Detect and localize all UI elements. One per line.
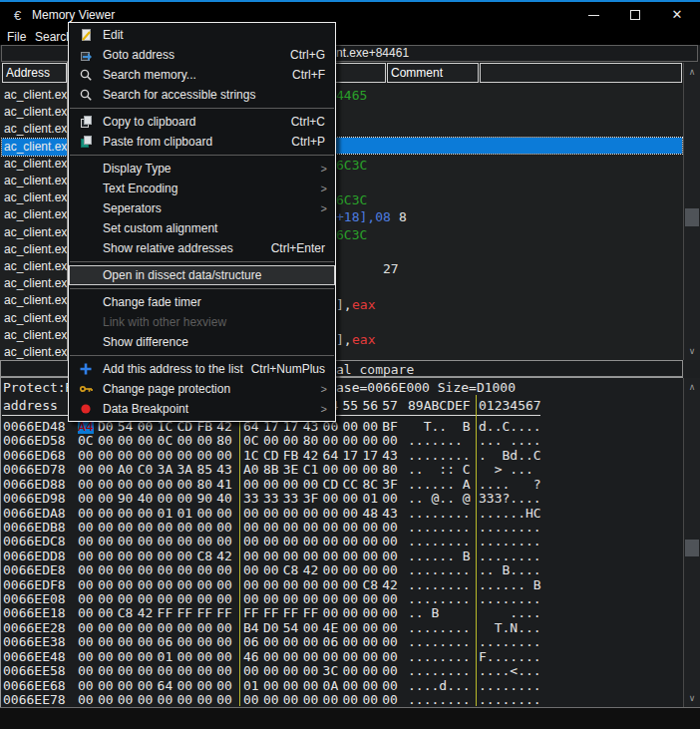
hex-byte[interactable]: 41 bbox=[216, 477, 232, 492]
hex-row-ascii[interactable]: ........ bbox=[479, 520, 541, 535]
hex-byte[interactable]: 00 bbox=[382, 620, 398, 635]
hex-byte[interactable]: 00 bbox=[78, 620, 94, 635]
hex-byte[interactable]: 00 bbox=[98, 620, 114, 635]
hex-byte[interactable]: 80 bbox=[196, 477, 212, 492]
hex-byte[interactable]: 00 bbox=[323, 433, 339, 448]
hex-byte[interactable]: 00 bbox=[343, 491, 359, 506]
hex-byte[interactable]: 00 bbox=[263, 634, 279, 649]
hex-byte[interactable]: 06 bbox=[323, 634, 339, 649]
hex-byte[interactable]: 00 bbox=[283, 692, 299, 707]
menu-item-change-fade-timer[interactable]: Change fade timer bbox=[69, 292, 335, 312]
hexview-scrollbar[interactable]: ∧ ∨ bbox=[683, 378, 700, 707]
hex-byte[interactable]: 43 bbox=[382, 506, 398, 521]
hex-byte[interactable]: 00 bbox=[158, 562, 174, 577]
hex-byte[interactable]: 00 bbox=[362, 620, 378, 635]
disassembly-address-row[interactable]: ac_client.exe bbox=[2, 156, 67, 173]
hex-byte[interactable]: 00 bbox=[323, 462, 339, 477]
hex-byte[interactable]: 00 bbox=[98, 663, 114, 678]
hex-byte[interactable]: 00 bbox=[362, 591, 378, 606]
hex-row-address[interactable]: 0066EE48 bbox=[3, 649, 66, 664]
hex-byte[interactable]: 00 bbox=[283, 520, 299, 535]
hex-byte[interactable]: 33 bbox=[243, 491, 259, 506]
column-header-comment[interactable]: Comment bbox=[387, 63, 479, 83]
hex-byte[interactable]: 00 bbox=[138, 477, 154, 492]
hex-row-ascii[interactable]: ....... bbox=[408, 433, 471, 448]
hex-byte[interactable]: 00 bbox=[177, 663, 193, 678]
hex-byte[interactable]: 00 bbox=[343, 577, 359, 592]
hex-byte[interactable]: 4E bbox=[323, 620, 339, 635]
hex-byte[interactable]: 00 bbox=[343, 649, 359, 664]
hex-row-ascii[interactable]: .. B.... bbox=[479, 562, 541, 577]
hex-byte[interactable]: 00 bbox=[243, 477, 259, 492]
hex-byte[interactable]: 0A bbox=[323, 678, 339, 693]
hex-byte[interactable]: 00 bbox=[362, 649, 378, 664]
hex-byte[interactable]: 00 bbox=[382, 491, 398, 506]
hex-row-ascii[interactable]: ....d... bbox=[408, 678, 471, 693]
hex-byte[interactable]: 00 bbox=[303, 506, 319, 521]
menu-item-paste-from-clipboard[interactable]: Paste from clipboardCtrl+P bbox=[69, 132, 335, 152]
hex-byte[interactable]: 00 bbox=[362, 419, 378, 434]
hex-byte[interactable]: 00 bbox=[343, 678, 359, 693]
hex-byte[interactable]: 00 bbox=[138, 634, 154, 649]
hex-byte[interactable]: 8B bbox=[263, 462, 279, 477]
hex-byte[interactable]: 00 bbox=[263, 477, 279, 492]
hex-byte[interactable]: BF bbox=[382, 419, 398, 434]
hex-byte[interactable]: 00 bbox=[118, 692, 134, 707]
hex-byte[interactable]: 00 bbox=[263, 692, 279, 707]
hex-byte[interactable]: 00 bbox=[177, 562, 193, 577]
hex-byte[interactable]: 00 bbox=[362, 692, 378, 707]
hex-row-address[interactable]: 0066ED58 bbox=[3, 433, 66, 448]
hex-byte[interactable]: 00 bbox=[196, 433, 212, 448]
hex-byte[interactable]: 42 bbox=[382, 577, 398, 592]
hex-byte[interactable]: 90 bbox=[196, 491, 212, 506]
hex-byte[interactable]: 80 bbox=[303, 433, 319, 448]
hex-byte[interactable]: 00 bbox=[98, 591, 114, 606]
hex-byte[interactable]: 00 bbox=[343, 562, 359, 577]
hex-row-address[interactable]: 0066EDB8 bbox=[3, 520, 66, 535]
hex-byte[interactable]: 00 bbox=[118, 591, 134, 606]
hex-byte[interactable]: 00 bbox=[78, 562, 94, 577]
hex-byte[interactable]: 57 bbox=[382, 398, 398, 413]
hex-row-ascii[interactable]: ........ bbox=[408, 534, 471, 548]
hex-byte[interactable]: 48 bbox=[362, 506, 378, 521]
hex-byte[interactable]: FF bbox=[283, 605, 299, 620]
hex-byte[interactable]: 00 bbox=[216, 649, 232, 664]
hex-byte[interactable]: 42 bbox=[303, 562, 319, 577]
hex-byte[interactable]: FF bbox=[177, 605, 193, 620]
hex-row-address[interactable]: 0066EDC8 bbox=[3, 534, 66, 548]
hex-row-ascii[interactable]: ........ bbox=[408, 577, 471, 592]
hex-byte[interactable]: FF bbox=[158, 605, 174, 620]
hex-byte[interactable]: 00 bbox=[283, 634, 299, 649]
hex-byte[interactable]: 00 bbox=[263, 520, 279, 535]
hex-byte[interactable]: 00 bbox=[216, 577, 232, 592]
hex-byte[interactable]: 00 bbox=[78, 678, 94, 693]
hex-byte[interactable]: 00 bbox=[303, 620, 319, 635]
hex-byte[interactable]: 00 bbox=[323, 548, 339, 563]
hex-byte[interactable]: 00 bbox=[362, 634, 378, 649]
hex-byte[interactable]: 00 bbox=[343, 520, 359, 535]
hex-row-ascii[interactable]: F....... bbox=[479, 649, 541, 664]
hex-byte[interactable]: 06 bbox=[243, 634, 259, 649]
hex-row-ascii[interactable]: ........ bbox=[479, 678, 541, 693]
hex-byte[interactable]: 00 bbox=[196, 520, 212, 535]
hex-byte[interactable]: 00 bbox=[158, 620, 174, 635]
hex-row-ascii[interactable]: ........ bbox=[479, 548, 541, 563]
hex-byte[interactable]: 42 bbox=[216, 548, 232, 563]
hex-row-address[interactable]: 0066EE78 bbox=[3, 692, 66, 707]
hex-byte[interactable]: 00 bbox=[382, 663, 398, 678]
hex-byte[interactable]: 0C bbox=[243, 433, 259, 448]
menu-item-add-this-address-to-the-list[interactable]: Add this address to the listCtrl+NumPlus bbox=[69, 359, 335, 379]
hex-byte[interactable]: 00 bbox=[362, 520, 378, 535]
scroll-down-icon[interactable]: ∨ bbox=[684, 344, 700, 358]
hex-byte[interactable]: 00 bbox=[323, 577, 339, 592]
hex-byte[interactable]: 55 bbox=[343, 398, 359, 413]
hex-byte[interactable]: 00 bbox=[158, 591, 174, 606]
hex-byte[interactable]: 00 bbox=[177, 649, 193, 664]
hex-byte[interactable]: 00 bbox=[138, 548, 154, 563]
hex-byte[interactable]: 00 bbox=[323, 605, 339, 620]
hex-byte[interactable]: 00 bbox=[216, 534, 232, 548]
menu-item-text-encoding[interactable]: Text Encoding> bbox=[69, 179, 335, 198]
hex-byte[interactable]: 00 bbox=[362, 534, 378, 548]
hex-byte[interactable]: 00 bbox=[78, 548, 94, 563]
hex-byte[interactable]: 33 bbox=[263, 491, 279, 506]
